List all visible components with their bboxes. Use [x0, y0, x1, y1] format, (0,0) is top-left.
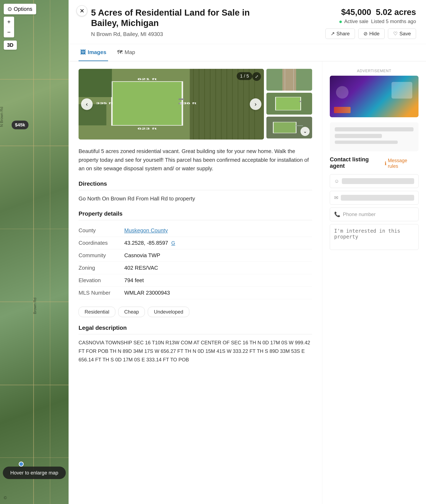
tag-residential[interactable]: Residential [78, 307, 115, 317]
email-icon: ✉ [334, 195, 338, 201]
details-row-zoning: Zoning 402 RES/VAC [78, 262, 312, 274]
save-button[interactable]: ♡ Save [388, 29, 416, 39]
directions-section: Directions Go North On Brown Rd From Hal… [78, 180, 312, 203]
contact-title: Contact listing agent [330, 156, 385, 169]
zoning-value: 402 RES/VAC [124, 265, 158, 271]
svg-rect-24 [282, 69, 296, 91]
options-icon: ⊙ [7, 6, 12, 12]
details-table: County Muskegon County Coordinates 43.25… [78, 224, 312, 299]
zoom-in-button[interactable]: + [4, 17, 14, 27]
share-icon: ↗ [331, 31, 335, 36]
agent-name-blurred [335, 127, 413, 131]
legal-section: Legal description CASNOVIA TOWNSHIP SEC … [78, 324, 312, 364]
agent-info-blurred [335, 134, 382, 138]
community-value: Casnovia TWP [124, 252, 160, 259]
agent-card [330, 122, 419, 151]
tab-images[interactable]: 🖼 Images [78, 44, 108, 61]
tag-undeveloped[interactable]: Undeveloped [148, 307, 189, 317]
thumbnail-3[interactable]: ⌄ [266, 117, 312, 138]
person-icon: ☺ [334, 178, 339, 184]
mls-value: WMLAR 23000943 [124, 290, 170, 296]
phone-placeholder: Phone number [343, 211, 376, 217]
coordinates-value: 43.2528, -85.8597 G [124, 240, 175, 246]
contact-header: Contact listing agent ℹ Message rules [330, 156, 419, 171]
thumbnail-1[interactable] [266, 69, 312, 91]
content-panel: ✕ 5 Acres of Residential Land for Sale i… [69, 0, 426, 504]
map-options-button[interactable]: ⊙ Options [4, 4, 36, 14]
thumbnail-column: ⌄ [266, 69, 312, 139]
elevation-label: Elevation [78, 277, 124, 284]
map-3d-button[interactable]: 3D [4, 41, 17, 50]
main-image: 621 ft 335 ft 336 ft 623 ft [78, 69, 264, 139]
hover-to-enlarge-button[interactable]: Hover to enlarge map [3, 467, 66, 479]
map-zoom-controls: + − [4, 17, 14, 37]
tag-cheap[interactable]: Cheap [118, 307, 145, 317]
legal-title: Legal description [78, 324, 312, 334]
tab-bar: 🖼 Images 🗺 Map [69, 44, 426, 61]
google-maps-link[interactable]: G [171, 240, 175, 246]
contact-email-field[interactable]: ✉ [330, 191, 419, 205]
header-right: $45,000 5.02 acres Active sale Listed 5 … [326, 7, 416, 39]
details-row-community: Community Casnovia TWP [78, 249, 312, 262]
message-rules-link[interactable]: ℹ Message rules [385, 158, 419, 169]
contact-phone-field[interactable]: 📞 Phone number [330, 208, 419, 221]
county-value: Muskegon County [124, 227, 168, 234]
map-background: N Brown Rd Brown Rd ⊙ Options + − 3D $45… [0, 0, 69, 504]
image-counter: 1 / 5 [237, 72, 252, 80]
contact-message-field[interactable] [330, 224, 419, 250]
header-actions: ↗ Share ⊘ Hide ♡ Save [326, 29, 416, 39]
ad-overlay [391, 82, 412, 99]
property-tags: Residential Cheap Undeveloped [78, 307, 312, 317]
zoning-label: Zoning [78, 265, 124, 271]
svg-rect-15 [179, 99, 184, 100]
elevation-value: 794 feet [124, 277, 144, 284]
svg-rect-32 [295, 125, 303, 126]
directions-text: Go North On Brown Rd From Hall Rd to pro… [78, 194, 312, 203]
main-body: 621 ft 335 ft 336 ft 623 ft 1 / 5 ⤢ ‹ › [69, 61, 426, 504]
share-button[interactable]: ↗ Share [326, 29, 355, 39]
gallery-next-button[interactable]: › [250, 98, 261, 110]
community-label: Community [78, 252, 124, 259]
contact-section: Contact listing agent ℹ Message rules ☺ … [330, 156, 419, 250]
directions-title: Directions [78, 180, 312, 190]
message-textarea[interactable] [334, 228, 414, 245]
hide-icon: ⊘ [363, 31, 368, 36]
agent-detail-blurred [335, 141, 398, 144]
svg-rect-29 [299, 101, 302, 102]
view-more-button[interactable]: ⌄ [300, 127, 310, 136]
svg-text:335 ft: 335 ft [96, 102, 113, 105]
property-description: Beautiful 5 acres zoned residential vaca… [78, 147, 312, 173]
coordinates-label: Coordinates [78, 240, 124, 246]
map-panel: N Brown Rd Brown Rd ⊙ Options + − 3D $45… [0, 0, 69, 504]
county-label: County [78, 227, 124, 234]
right-column: ADVERTISEMENT Contact listing agent ℹ [322, 61, 426, 504]
map-price-marker[interactable]: $45k [12, 121, 28, 129]
svg-text:623 ft: 623 ft [137, 127, 157, 130]
details-row-elevation: Elevation 794 feet [78, 274, 312, 287]
images-tab-icon: 🖼 [80, 49, 86, 56]
main-image-container: 621 ft 335 ft 336 ft 623 ft 1 / 5 ⤢ ‹ › [78, 69, 264, 139]
svg-rect-26 [293, 69, 294, 91]
options-label: Options [14, 6, 32, 12]
hide-button[interactable]: ⊘ Hide [358, 29, 385, 39]
svg-rect-17 [78, 69, 112, 97]
property-header: ✕ 5 Acres of Residential Land for Sale i… [69, 0, 426, 44]
phone-icon: 📞 [334, 211, 340, 217]
name-blur [342, 178, 414, 184]
svg-rect-25 [285, 69, 285, 91]
info-icon: ℹ [385, 161, 387, 166]
close-button[interactable]: ✕ [77, 5, 87, 16]
gallery-prev-button[interactable]: ‹ [81, 98, 93, 110]
map-location-dot [19, 461, 24, 467]
image-gallery: 621 ft 335 ft 336 ft 623 ft 1 / 5 ⤢ ‹ › [78, 69, 312, 139]
expand-image-button[interactable]: ⤢ [252, 72, 261, 81]
zoom-out-button[interactable]: − [4, 27, 14, 37]
details-row-mls: MLS Number WMLAR 23000943 [78, 287, 312, 299]
thumbnail-2[interactable] [266, 93, 312, 115]
property-title: 5 Acres of Residential Land for Sale in … [91, 7, 253, 29]
contact-name-field[interactable]: ☺ [330, 174, 419, 188]
active-indicator [339, 21, 342, 23]
tab-map[interactable]: 🗺 Map [115, 44, 137, 61]
mls-label: MLS Number [78, 290, 124, 296]
property-status: Active sale Listed 5 months ago [326, 19, 416, 24]
